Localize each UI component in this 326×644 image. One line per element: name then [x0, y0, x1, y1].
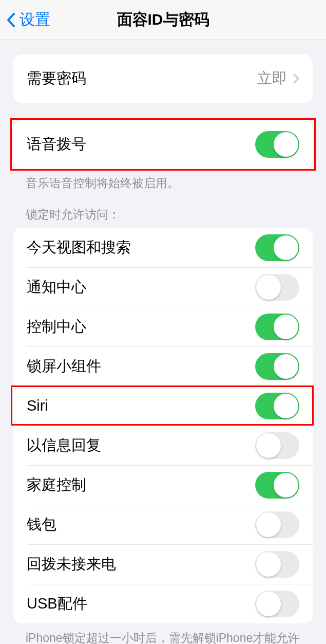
siri-label: Siri: [27, 397, 48, 414]
toggle-knob: [274, 235, 298, 260]
toggle-knob: [256, 275, 281, 300]
today-view-label: 今天视图和搜索: [27, 237, 131, 258]
back-button[interactable]: 设置: [0, 9, 50, 30]
return-missed-calls-toggle[interactable]: [255, 551, 299, 578]
voice-dial-label: 语音拨号: [27, 134, 86, 155]
usb-accessories-row: USB配件: [13, 584, 313, 623]
allow-access-group: 今天视图和搜索 通知中心 控制中心 锁屏小组件 Siri 以信息回复 家庭控制: [13, 228, 313, 623]
toggle-knob: [274, 394, 298, 418]
home-control-row: 家庭控制: [13, 465, 313, 505]
voice-dial-footnote: 音乐语音控制将始终被启用。: [0, 169, 326, 191]
lock-screen-widgets-row: 锁屏小组件: [13, 346, 313, 386]
lock-screen-widgets-toggle[interactable]: [255, 353, 299, 380]
toggle-knob: [274, 315, 298, 339]
home-control-label: 家庭控制: [27, 475, 86, 495]
siri-toggle[interactable]: [255, 393, 299, 419]
usb-footnote: iPhone锁定超过一小时后，需先解锁iPhone才能允许USB配件连接。: [0, 623, 326, 644]
allow-access-header: 锁定时允许访问：: [0, 207, 326, 228]
wallet-label: 钱包: [27, 514, 56, 535]
notification-center-row: 通知中心: [13, 267, 313, 307]
chevron-right-icon: [293, 73, 299, 84]
today-view-row: 今天视图和搜索: [13, 228, 313, 267]
toggle-knob: [256, 433, 281, 458]
control-center-label: 控制中心: [27, 317, 86, 337]
usb-accessories-toggle[interactable]: [255, 591, 299, 617]
voice-dial-toggle[interactable]: [255, 131, 299, 158]
wallet-row: 钱包: [13, 505, 313, 544]
wallet-toggle[interactable]: [255, 511, 299, 538]
require-passcode-label: 需要密码: [27, 68, 86, 89]
require-passcode-value: 立即: [257, 68, 299, 89]
toggle-knob: [274, 354, 298, 379]
control-center-toggle[interactable]: [255, 314, 299, 340]
voice-dial-row: 语音拨号: [13, 120, 313, 169]
require-passcode-value-text: 立即: [257, 68, 287, 89]
toggle-knob: [256, 592, 281, 616]
voice-dial-group: 语音拨号: [13, 120, 313, 169]
home-control-toggle[interactable]: [255, 472, 299, 499]
reply-with-message-label: 以信息回复: [27, 435, 101, 456]
toggle-knob: [256, 552, 281, 577]
require-passcode-group: 需要密码 立即: [13, 54, 313, 103]
toggle-knob: [256, 512, 281, 537]
notification-center-toggle[interactable]: [255, 274, 299, 301]
control-center-row: 控制中心: [13, 307, 313, 346]
nav-header: 设置 面容ID与密码: [0, 0, 326, 40]
page-title: 面容ID与密码: [117, 9, 209, 30]
require-passcode-row[interactable]: 需要密码 立即: [13, 54, 313, 103]
return-missed-calls-label: 回拨未接来电: [27, 554, 116, 575]
toggle-knob: [274, 473, 298, 498]
toggle-knob: [274, 132, 298, 157]
return-missed-calls-row: 回拨未接来电: [13, 544, 313, 584]
reply-with-message-toggle[interactable]: [255, 432, 299, 459]
notification-center-label: 通知中心: [27, 277, 86, 298]
reply-with-message-row: 以信息回复: [13, 426, 313, 465]
chevron-left-icon: [6, 12, 15, 28]
today-view-toggle[interactable]: [255, 234, 299, 261]
lock-screen-widgets-label: 锁屏小组件: [27, 356, 101, 377]
back-label: 设置: [20, 9, 50, 30]
usb-accessories-label: USB配件: [27, 594, 87, 614]
siri-row: Siri: [13, 386, 313, 426]
